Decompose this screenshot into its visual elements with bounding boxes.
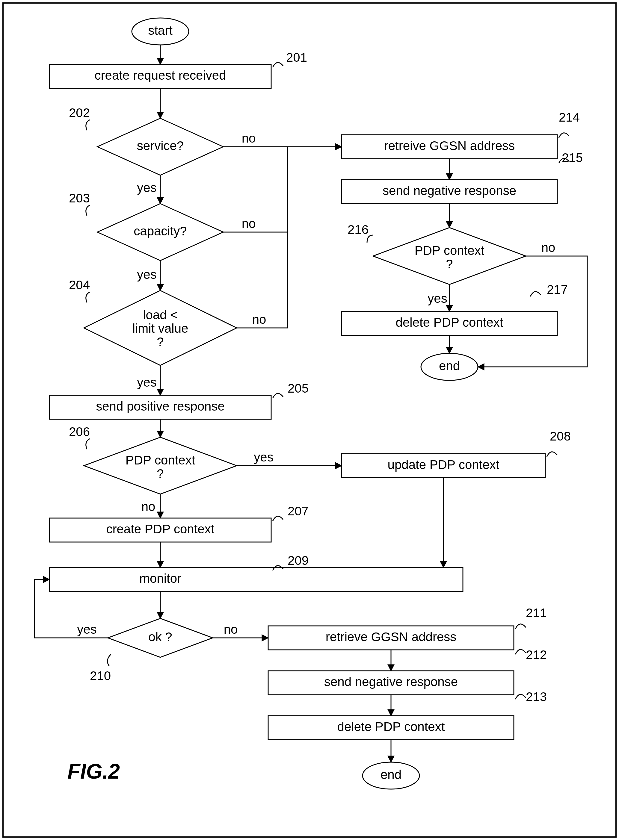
step-213: delete PDP context 213 [268,690,547,740]
step-201: create request received 201 [49,50,307,88]
label-202-no: no [242,131,256,145]
label-216-no: no [541,240,555,255]
step-214-label: retreive GGSN address [384,139,515,153]
decision-206-l2: ? [157,467,164,480]
step-208-label: update PDP context [388,458,499,471]
step-217: delete PDP context 217 [342,282,568,336]
ref-217: 217 [547,282,568,297]
terminal-end1: end [421,354,478,380]
ref-206: 206 [69,425,90,439]
ref-203: 203 [69,191,90,205]
step-213-label: delete PDP context [337,720,445,734]
decision-204-l1: load < [143,308,178,322]
decision-202-label: service? [137,139,184,153]
step-209: monitor 209 [49,554,463,591]
flowchart-figure: start create request received 201 servic… [0,0,619,840]
decision-210: ok ? 210 [90,618,213,683]
decision-210-label: ok ? [148,630,172,644]
ref-211: 211 [526,606,547,620]
step-208: update PDP context 208 [342,429,571,477]
decision-203-label: capacity? [134,224,187,238]
step-217-label: delete PDP context [396,315,503,330]
decision-204: load < limit value ? 204 [69,278,237,366]
terminal-end1-label: end [439,359,460,373]
ref-216: 216 [348,222,369,237]
label-210-yes: yes [77,622,96,636]
label-210-no: no [224,622,238,636]
label-204-no: no [252,312,266,327]
label-216-yes: yes [428,291,447,306]
step-211-label: retrieve GGSN address [326,630,457,644]
ref-212: 212 [526,648,547,662]
ref-213: 213 [526,690,547,704]
decision-202: service? 202 [69,106,223,175]
ref-204: 204 [69,278,90,292]
label-204-yes: yes [137,375,156,389]
decision-216-l1: PDP context [415,243,484,258]
label-202-yes: yes [137,181,156,195]
ref-201: 201 [286,50,307,64]
terminal-start: start [132,18,189,45]
step-215-label: send negative response [383,184,516,198]
terminal-start-label: start [148,23,173,37]
ref-214: 214 [559,110,580,124]
decision-204-l2: limit value [132,321,188,336]
ref-207: 207 [288,504,309,518]
label-203-yes: yes [137,267,156,282]
step-205-label: send positive response [96,399,225,413]
ref-210: 210 [90,669,111,683]
decision-206-l1: PDP context [126,453,195,467]
page-border [3,3,616,837]
ref-202: 202 [69,106,90,120]
label-203-no: no [242,216,256,231]
step-212: send negative response 212 [268,648,547,695]
step-214: retreive GGSN address 214 [342,110,580,159]
ref-209: 209 [288,554,309,567]
decision-216: PDP context ? 216 [348,222,526,285]
decision-206: PDP context ? 206 [69,425,237,494]
label-206-no: no [141,500,155,513]
svg-rect-19 [49,567,463,591]
step-205: send positive response 205 [49,381,309,419]
ref-208: 208 [550,429,571,443]
decision-216-l2: ? [446,257,453,271]
step-209-label: monitor [139,571,181,585]
ref-215: 215 [562,151,583,165]
ref-205: 205 [288,381,309,395]
terminal-end2: end [363,762,419,789]
step-211: retrieve GGSN address 211 [268,606,547,650]
step-201-label: create request received [95,68,226,82]
decision-203: capacity? 203 [69,191,223,261]
step-207-label: create PDP context [106,522,214,536]
step-207: create PDP context 207 [49,504,309,542]
label-206-yes: yes [254,450,273,464]
terminal-end2-label: end [381,767,401,782]
figure-label: FIG.2 [67,760,120,783]
decision-204-l3: ? [157,335,164,349]
step-212-label: send negative response [324,675,458,689]
